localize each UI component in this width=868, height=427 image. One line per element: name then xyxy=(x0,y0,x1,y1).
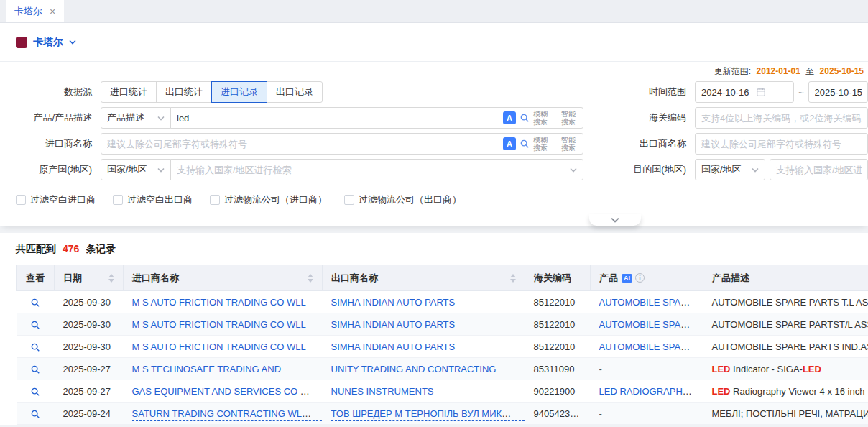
importer-cell: GAS EQUIPMENT AND SERVICES CO LTD xyxy=(124,380,323,403)
exporter-link[interactable]: SIMHA INDIAN AUTO PARTS xyxy=(331,341,456,352)
checkbox[interactable] xyxy=(16,195,26,205)
product-link[interactable]: LED RADIOGRAPHY VI... xyxy=(599,386,703,397)
translate-icon[interactable]: A xyxy=(503,111,516,124)
fuzzy-search-icon[interactable] xyxy=(520,139,530,149)
checkbox[interactable] xyxy=(113,195,123,205)
sort-icon[interactable] xyxy=(308,274,313,283)
col-importer-header[interactable]: 进口商名称 xyxy=(124,265,323,291)
smart-search-button[interactable]: 智能搜索 xyxy=(561,136,577,152)
product-link[interactable]: AUTOMOBILE SPARE P... xyxy=(599,341,703,352)
table-row: 2025-09-30M S AUTO FRICTION TRADING CO W… xyxy=(17,291,868,313)
hs-code-label: 海关编码 xyxy=(583,111,692,124)
exporter-input[interactable] xyxy=(701,139,862,150)
sort-icon[interactable] xyxy=(108,274,114,283)
datasource-button[interactable]: 进口统计 xyxy=(101,81,157,103)
calendar-icon[interactable] xyxy=(756,87,766,97)
filter-checkbox-item[interactable]: 过滤空白进口商 xyxy=(16,193,96,206)
description-cell: LED Radiography Viewer 4 x 16 inch xyxy=(703,380,868,403)
importer-cell: M S AUTO FRICTION TRADING CO WLL xyxy=(124,313,323,336)
chevron-down-icon[interactable] xyxy=(69,40,76,45)
form-row-datasource: 数据源 进口统计出口统计进口记录出口记录 时间范围 ~ xyxy=(0,79,868,105)
description-text: AUTOMOBILE SPARE PARTS IND.ASS... xyxy=(712,341,868,352)
checkbox[interactable] xyxy=(344,195,354,205)
col-date-label: 日期 xyxy=(63,272,82,285)
smart-search-button[interactable]: 智能搜索 xyxy=(561,110,577,126)
table-header-row: 查看 日期 进口商名称 出口商名称 xyxy=(17,265,868,291)
exporter-link[interactable]: UNITY TRADING AND CONTRACTING xyxy=(331,364,497,375)
fuzzy-search-icon[interactable] xyxy=(520,113,530,123)
view-record-icon[interactable] xyxy=(30,409,40,419)
destination-type-select[interactable]: 国家/地区 xyxy=(695,159,765,180)
collapse-panel-button[interactable] xyxy=(589,214,641,226)
view-record-icon[interactable] xyxy=(30,298,40,308)
view-record-icon[interactable] xyxy=(30,342,40,352)
end-date-input[interactable] xyxy=(808,81,868,103)
section-spacer xyxy=(0,226,868,233)
product-link[interactable]: AUTOMOBILE SPARE P... xyxy=(599,297,703,308)
importer-link[interactable]: GAS EQUIPMENT AND SERVICES CO LTD xyxy=(132,386,318,397)
close-icon[interactable]: × xyxy=(50,6,55,17)
table-row: 2025-09-24SATURN TRADING CONTRACTING WLL… xyxy=(17,403,868,425)
tab-qatar[interactable]: 卡塔尔 × xyxy=(6,0,64,22)
hs-code-input[interactable] xyxy=(701,113,862,124)
fuzzy-search-button[interactable]: 模糊搜索 xyxy=(533,136,549,152)
fuzzy-search-button[interactable]: 模糊搜索 xyxy=(533,110,549,126)
importer-input[interactable] xyxy=(107,139,503,150)
sort-icon[interactable] xyxy=(510,274,516,283)
col-date-header[interactable]: 日期 xyxy=(55,265,124,291)
description-text: Radiography Viewer 4 x 16 inch xyxy=(731,386,865,397)
exporter-link[interactable]: ТОВ ШРЕДЕР М ТЕРНОПІЛЬ ВУЛ МИКУЛИ... xyxy=(331,408,525,421)
filter-checkbox-item[interactable]: 过滤物流公司（出口商） xyxy=(344,193,461,206)
col-exporter-header[interactable]: 出口商名称 xyxy=(323,265,525,291)
translate-icon[interactable]: A xyxy=(503,137,516,150)
importer-link[interactable]: M S TECHNOSAFE TRADING AND xyxy=(132,364,282,375)
view-record-icon[interactable] xyxy=(30,320,40,330)
filter-checkbox-item[interactable]: 过滤物流公司（进口商） xyxy=(210,193,327,206)
filter-checkbox-item[interactable]: 过滤空白出口商 xyxy=(113,193,193,206)
chevron-down-icon[interactable] xyxy=(570,167,577,173)
col-view-header: 查看 xyxy=(17,265,55,291)
description-cell: AUTOMOBILE SPARE PARTS IND.ASS... xyxy=(703,336,868,358)
exporter-link[interactable]: SIMHA INDIAN AUTO PARTS xyxy=(331,297,456,308)
checkbox-label: 过滤物流公司（出口商） xyxy=(359,193,461,206)
col-exporter-label: 出口商名称 xyxy=(331,272,378,285)
table-row: 2025-09-27GAS EQUIPMENT AND SERVICES CO … xyxy=(17,380,868,403)
date-cell: 2025-09-27 xyxy=(55,380,124,403)
exporter-link[interactable]: SIMHA INDIAN AUTO PARTS xyxy=(331,319,456,330)
chevron-down-icon xyxy=(611,217,619,223)
exporter-label: 出口商名称 xyxy=(583,137,692,150)
importer-input-box: A 模糊搜索 智能搜索 xyxy=(101,133,583,155)
hs-code-cell: 85122010 xyxy=(525,291,591,313)
divider xyxy=(555,137,555,151)
start-date-value[interactable] xyxy=(701,87,756,98)
info-icon[interactable]: i xyxy=(635,273,645,283)
importer-cell: SATURN TRADING CONTRACTING WLL BUI... xyxy=(124,403,323,425)
view-record-icon[interactable] xyxy=(30,364,40,375)
product-cell: - xyxy=(591,358,703,380)
importer-link[interactable]: M S AUTO FRICTION TRADING CO WLL xyxy=(132,341,306,352)
product-type-select[interactable]: 产品描述 xyxy=(101,107,171,129)
datasource-button[interactable]: 出口记录 xyxy=(267,81,323,103)
importer-link[interactable]: SATURN TRADING CONTRACTING WLL BUI... xyxy=(132,408,323,421)
origin-type-select[interactable]: 国家/地区 xyxy=(101,159,171,180)
product-search-input[interactable] xyxy=(177,113,503,124)
datasource-button[interactable]: 进口记录 xyxy=(211,81,267,103)
product-link[interactable]: AUTOMOBILE SPARE P... xyxy=(599,319,703,330)
importer-label: 进口商名称 xyxy=(0,137,101,150)
destination-input[interactable] xyxy=(776,165,862,175)
start-date-input[interactable] xyxy=(695,81,794,103)
exporter-field xyxy=(695,133,868,155)
datasource-button[interactable]: 出口统计 xyxy=(156,81,212,103)
date-range-separator: ~ xyxy=(798,87,804,98)
checkbox[interactable] xyxy=(210,195,220,205)
importer-link[interactable]: M S AUTO FRICTION TRADING CO WLL xyxy=(132,319,306,330)
exporter-link[interactable]: NUNES INSTRUMENTS xyxy=(331,386,434,397)
product-input-box: A 模糊搜索 智能搜索 xyxy=(170,107,583,129)
keyword-highlight: LED xyxy=(712,386,731,397)
end-date-value[interactable] xyxy=(815,87,862,98)
origin-input[interactable] xyxy=(177,165,565,175)
view-record-icon[interactable] xyxy=(30,387,40,397)
importer-link[interactable]: M S AUTO FRICTION TRADING CO WLL xyxy=(132,297,306,308)
country-name[interactable]: 卡塔尔 xyxy=(33,36,63,49)
update-range-end: 2025-10-15 xyxy=(820,66,864,76)
